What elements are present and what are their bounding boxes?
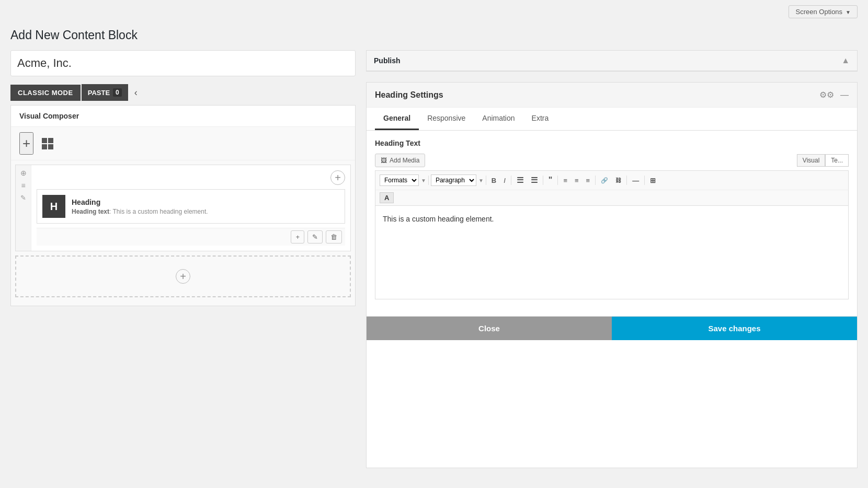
heading-element-block: H Heading Heading text: This is a custom… (37, 189, 345, 224)
heading-element-preview: Heading text: This is a custom heading e… (72, 208, 339, 215)
paste-count: 0 (113, 88, 122, 97)
vc-rows: ⊕ ≡ ✎ + H (11, 160, 355, 306)
bold-button[interactable]: B (488, 175, 499, 186)
close-button[interactable]: Close (367, 317, 612, 340)
fullscreen-button[interactable]: ⊞ (647, 175, 659, 186)
toolbar-separator-7 (626, 176, 627, 185)
unlink-button[interactable]: ⛓ (612, 176, 624, 185)
add-element-button[interactable]: + (19, 132, 33, 155)
format-a-button[interactable]: A (380, 192, 394, 203)
settings-minimize-icon[interactable]: — (840, 90, 849, 100)
add-media-icon: 🖼 (381, 157, 387, 164)
toolbar-separator-2 (486, 176, 486, 185)
visual-composer-toolbar: + (11, 127, 355, 160)
page-title: Add New Content Block (0, 23, 868, 50)
view-toggle: Visual Te... (797, 154, 849, 167)
delete-element-button[interactable]: 🗑 (326, 230, 342, 243)
link-button[interactable]: 🔗 (598, 176, 611, 185)
grid-layout-button[interactable] (42, 138, 53, 149)
back-button[interactable] (130, 85, 142, 100)
row-actions: + ✎ 🗑 (37, 228, 345, 246)
format-toolbar-2: A (375, 190, 849, 205)
heading-element-icon: H (42, 195, 65, 218)
left-panel: CLASSIC MODE PASTE 0 Visual Composer + (10, 50, 356, 468)
italic-button[interactable]: I (500, 175, 509, 186)
vc-row-1: ⊕ ≡ ✎ + H (15, 165, 351, 251)
blockquote-button[interactable]: " (545, 174, 556, 187)
format-toolbar-1: Formats ▼ Paragraph ▼ B I ☰ ☰ " (375, 170, 849, 190)
text-view-button[interactable]: Te... (825, 154, 849, 167)
settings-tabs: General Responsive Animation Extra (367, 108, 857, 131)
section-heading-text: Heading Text (375, 139, 849, 147)
heading-element-title: Heading (72, 198, 339, 206)
formats-dropdown[interactable]: Formats (380, 175, 419, 186)
row-inner: + H Heading Heading text: This (31, 165, 350, 251)
row-controls: ⊕ ≡ ✎ (16, 165, 31, 251)
settings-panel-header: Heading Settings ⚙ — (367, 83, 857, 108)
editor-meta-toolbar: 🖼 Add Media Visual Te... (375, 154, 849, 167)
publish-title: Publish (374, 56, 401, 65)
tab-animation[interactable]: Animation (474, 108, 523, 130)
publish-collapse-icon[interactable]: ▲ (841, 56, 850, 65)
paste-button[interactable]: PASTE 0 (82, 84, 128, 101)
edit-element-button[interactable]: ✎ (307, 230, 323, 243)
publish-header: Publish ▲ (367, 51, 857, 71)
main-layout: CLASSIC MODE PASTE 0 Visual Composer + (0, 50, 868, 468)
toolbar-separator-1 (428, 176, 429, 185)
visual-composer-header: Visual Composer (11, 106, 355, 127)
hr-button[interactable]: — (629, 175, 642, 186)
toolbar-separator-8 (644, 176, 645, 185)
vc-row-empty: + (15, 255, 351, 297)
save-changes-button[interactable]: Save changes (612, 317, 857, 340)
row-align-icon[interactable]: ≡ (21, 182, 25, 189)
tab-general[interactable]: General (375, 108, 419, 130)
back-icon (134, 87, 138, 98)
unordered-list-button[interactable]: ☰ (513, 174, 527, 187)
editor-content-area[interactable]: This is a custom heading element. (375, 205, 849, 299)
settings-actions: Close Save changes (367, 316, 857, 340)
visual-view-button[interactable]: Visual (797, 154, 825, 167)
settings-gear-icon[interactable]: ⚙ (819, 90, 834, 100)
top-bar: Screen Options (0, 0, 868, 23)
align-right-button[interactable]: ≡ (583, 175, 593, 186)
screen-options-label: Screen Options (795, 8, 842, 16)
tab-responsive[interactable]: Responsive (419, 108, 474, 130)
settings-panel: Heading Settings ⚙ — General Responsive … (366, 82, 858, 468)
screen-options-button[interactable]: Screen Options (789, 5, 858, 18)
heading-info: Heading Heading text: This is a custom h… (72, 198, 339, 215)
toolbar-separator-3 (511, 176, 511, 185)
add-media-button[interactable]: 🖼 Add Media (375, 154, 425, 167)
add-element-row-button[interactable]: + (291, 230, 304, 243)
settings-header-icons: ⚙ — (819, 90, 849, 100)
toolbar-separator-6 (595, 176, 596, 185)
publish-box: Publish ▲ (366, 50, 858, 72)
align-center-button[interactable]: ≡ (572, 175, 582, 186)
paragraph-dropdown[interactable]: Paragraph (431, 175, 476, 186)
settings-panel-title: Heading Settings (375, 90, 443, 100)
row-edit-icon[interactable]: ✎ (20, 194, 26, 201)
move-icon[interactable]: ⊕ (20, 169, 27, 177)
toolbar-separator-4 (543, 176, 543, 185)
tab-extra[interactable]: Extra (523, 108, 557, 130)
editor-toolbar-row: CLASSIC MODE PASTE 0 (10, 84, 356, 101)
ordered-list-button[interactable]: ☰ (528, 174, 541, 187)
toolbar-separator-5 (557, 176, 558, 185)
add-empty-row-button[interactable]: + (176, 269, 190, 284)
classic-mode-button[interactable]: CLASSIC MODE (10, 85, 81, 101)
align-left-button[interactable]: ≡ (560, 175, 570, 186)
content-block-title-input[interactable] (10, 50, 356, 76)
chevron-down-icon (846, 8, 851, 16)
visual-composer-container: Visual Composer + ⊕ ≡ ✎ (10, 105, 356, 306)
settings-content: Heading Text 🖼 Add Media Visual Te... (367, 131, 857, 308)
add-in-row-button[interactable]: + (330, 170, 345, 185)
right-panel: Publish ▲ Heading Settings ⚙ — General R… (366, 50, 858, 468)
